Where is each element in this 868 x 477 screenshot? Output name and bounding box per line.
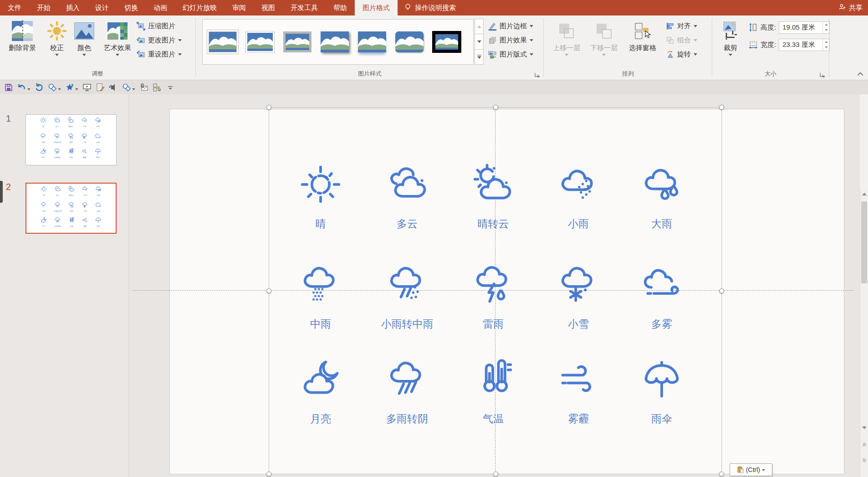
scroll-down-arrow[interactable] xyxy=(861,424,868,431)
artistic-effects-dropdown-caret[interactable] xyxy=(116,54,119,56)
tab-file[interactable]: 文件 xyxy=(0,0,29,15)
corrections-dropdown-caret[interactable] xyxy=(55,54,59,56)
more-commands-button[interactable] xyxy=(164,82,176,93)
resize-handle-middle-right[interactable] xyxy=(719,288,724,293)
panel-scrollbar-thumb[interactable] xyxy=(0,181,3,203)
resize-handle-bottom-left[interactable] xyxy=(266,472,271,477)
weather-label: 晴转云 xyxy=(457,217,530,230)
crop-button[interactable]: 裁剪 xyxy=(716,18,745,56)
collapse-ribbon-chevron[interactable] xyxy=(857,72,863,76)
width-input[interactable] xyxy=(779,39,822,51)
redo-button[interactable] xyxy=(33,82,45,93)
crop-caret[interactable] xyxy=(729,54,732,56)
artistic-effects-button[interactable]: 艺术效果 xyxy=(98,18,137,56)
tab-design[interactable]: 设计 xyxy=(87,0,117,15)
picture-style-simple-frame[interactable] xyxy=(204,21,241,62)
color-dropdown-caret[interactable] xyxy=(82,54,86,56)
tab-home[interactable]: 开始 xyxy=(29,0,58,15)
weather-item-moon: 月亮 xyxy=(37,148,49,159)
reset-picture-caret[interactable] xyxy=(178,53,182,56)
previous-slide-button[interactable] xyxy=(861,439,868,451)
remove-background-button[interactable]: 删除背景 xyxy=(4,18,41,52)
picture-styles-dialog-launcher[interactable] xyxy=(534,72,540,78)
slide-thumbnail-2-selected[interactable]: 晴多云晴转云小雨大雨中雨小雨转中雨雷雨小雪多雾月亮多雨转阴气温雾霾雨伞 xyxy=(26,183,117,234)
height-input[interactable] xyxy=(779,22,822,33)
save-button[interactable] xyxy=(3,82,15,93)
picture-layout-caret[interactable] xyxy=(530,53,533,56)
resize-handle-top-right[interactable] xyxy=(719,105,724,110)
corrections-button[interactable]: 校正 xyxy=(44,18,70,56)
gallery-scroll-up[interactable] xyxy=(475,19,484,34)
email-attachment-button[interactable] xyxy=(138,82,150,93)
picture-border-caret[interactable] xyxy=(530,25,533,27)
picture-style-rounded-soft[interactable] xyxy=(391,21,428,62)
shapes-alt-caret[interactable] xyxy=(132,88,135,90)
tab-view[interactable]: 视图 xyxy=(254,0,283,15)
picture-style-black-frame[interactable] xyxy=(429,21,465,62)
selection-pane-button[interactable] xyxy=(151,82,163,93)
next-slide-button[interactable] xyxy=(861,454,868,466)
rotate-caret[interactable] xyxy=(694,53,697,56)
shapes-alt-button[interactable] xyxy=(121,82,137,93)
gallery-more-button[interactable] xyxy=(475,49,484,65)
shapes-caret[interactable] xyxy=(58,88,61,90)
add-animation-button[interactable] xyxy=(64,82,80,93)
slide-thumbnail-1[interactable]: 晴多云晴转云小雨大雨中雨小雨转中雨雷雨小雪多雾月亮多雨转阴气温雾霾雨伞 xyxy=(26,114,117,165)
picture-styles-gallery[interactable] xyxy=(202,19,474,65)
umbrella-icon xyxy=(95,216,102,223)
tab-developer[interactable]: 开发工具 xyxy=(283,0,326,15)
weather-label: 雨伞 xyxy=(92,157,104,159)
color-button[interactable]: 颜色 xyxy=(71,18,97,56)
scrollbar-thumb[interactable] xyxy=(861,201,867,283)
tab-picture-format[interactable]: 图片格式 xyxy=(355,0,398,15)
tab-animations[interactable]: 动画 xyxy=(146,0,175,15)
weather-label: 小雨转中雨 xyxy=(51,141,63,143)
compress-picture-button[interactable]: 压缩图片 xyxy=(137,19,182,33)
tab-review[interactable]: 审阅 xyxy=(225,0,254,15)
resize-handle-top-center[interactable] xyxy=(493,105,498,110)
weather-item-fog: 多雾 xyxy=(92,133,104,144)
selection-pane-icon xyxy=(633,18,652,44)
align-button[interactable]: 对齐 xyxy=(666,19,697,33)
picture-style-drop-shadow[interactable] xyxy=(317,21,353,62)
tab-transitions[interactable]: 切换 xyxy=(117,0,146,15)
picture-style-metal-frame[interactable] xyxy=(279,21,316,62)
present-from-current-button[interactable] xyxy=(81,82,93,93)
paste-options-button[interactable]: (Ctrl) xyxy=(730,463,772,476)
size-dialog-launcher[interactable] xyxy=(819,72,825,78)
picture-style-white-matte[interactable] xyxy=(242,21,278,62)
shapes-button[interactable] xyxy=(46,82,62,93)
resize-handle-middle-left[interactable] xyxy=(266,288,271,293)
weather-item-light-to-mid-rain: 小雨转中雨 xyxy=(371,262,444,330)
resize-handle-bottom-center[interactable] xyxy=(493,472,498,477)
add-animation-caret[interactable] xyxy=(75,88,78,90)
picture-layout-button[interactable]: 图片版式 xyxy=(488,47,533,62)
edit-document-button[interactable] xyxy=(94,82,106,93)
resize-handle-bottom-right[interactable] xyxy=(719,472,724,477)
undo-button[interactable] xyxy=(16,82,32,93)
rotate-button[interactable]: 旋转 xyxy=(666,47,697,62)
picture-effects-caret[interactable] xyxy=(530,39,533,41)
picture-border-button[interactable]: 图片边框 xyxy=(488,19,533,33)
tab-insert[interactable]: 插入 xyxy=(58,0,87,15)
change-picture-caret[interactable] xyxy=(178,39,182,41)
scroll-up-arrow[interactable] xyxy=(861,190,868,198)
picture-style-reflection[interactable] xyxy=(354,21,390,62)
picture-styles-group-label: 图片样式 xyxy=(197,70,543,78)
paste-options-label: (Ctrl) xyxy=(746,466,760,473)
share-button[interactable]: 共享 xyxy=(838,0,863,15)
picture-effects-button[interactable]: 图片效果 xyxy=(488,33,533,47)
resize-handle-top-left[interactable] xyxy=(266,105,271,110)
reset-picture-button[interactable]: 重设图片 xyxy=(137,47,182,62)
tab-help[interactable]: 帮助 xyxy=(326,0,355,15)
change-picture-button[interactable]: 更改图片 xyxy=(137,33,182,47)
selection-pane-button[interactable]: 选择窗格 xyxy=(623,18,662,52)
tell-me-search[interactable]: 操作说明搜索 xyxy=(404,0,456,15)
rehearse-timings-button[interactable] xyxy=(107,82,119,93)
weather-item-light-rain: 小雨 xyxy=(79,117,91,128)
gallery-scroll-down[interactable] xyxy=(475,34,484,49)
undo-caret[interactable] xyxy=(27,88,31,90)
weather-label: 小雨 xyxy=(79,125,91,127)
tab-slideshow[interactable]: 幻灯片放映 xyxy=(175,0,225,15)
align-caret[interactable] xyxy=(694,25,697,27)
